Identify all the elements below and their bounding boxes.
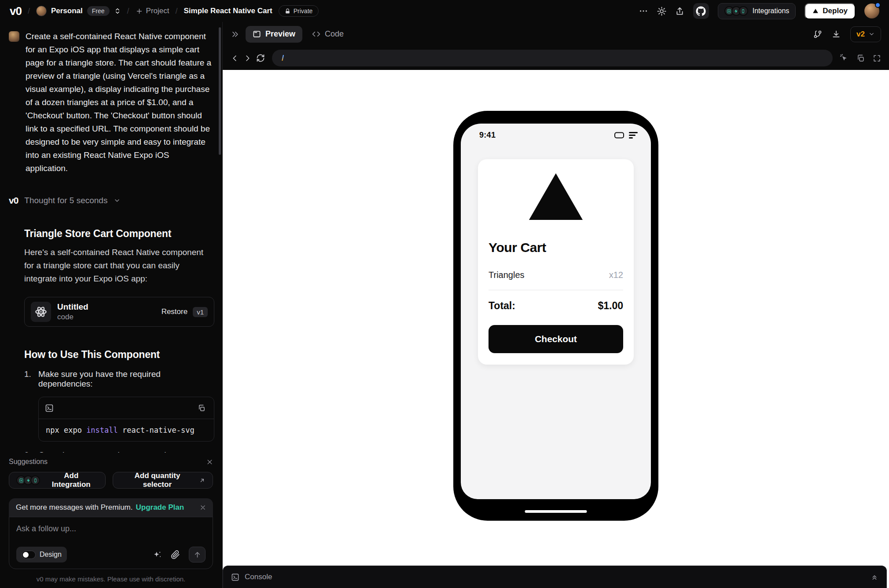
v0-logo[interactable]: v0	[10, 4, 22, 18]
deploy-label: Deploy	[823, 7, 848, 15]
tab-code[interactable]: Code	[309, 29, 347, 39]
v0-assistant-logo: v0	[9, 195, 18, 206]
list-item: 1. Make sure you have the required depen…	[24, 369, 213, 389]
select-element-button[interactable]	[840, 54, 849, 62]
cart-item-qty: x12	[609, 270, 623, 280]
signal-icon	[629, 132, 638, 139]
git-branch-icon	[813, 30, 822, 39]
preview-panel: Preview Code v2	[223, 22, 889, 588]
code-card-subtitle: code	[57, 313, 88, 321]
notification-dot	[875, 2, 881, 8]
code-version-card[interactable]: Untitled code Restore v1	[24, 297, 214, 327]
v0-app: v0 / Personal Free / Project / Simple Re…	[0, 0, 889, 588]
premium-banner: Get more messages with Premium. Upgrade …	[9, 498, 213, 517]
copy-pages-icon	[856, 54, 865, 62]
vercel-triangle-icon	[812, 8, 819, 14]
chat-composer: Design	[9, 517, 213, 569]
workspace-switcher[interactable]: Personal Free	[36, 6, 121, 16]
sparkles-icon	[153, 550, 162, 559]
github-button[interactable]	[693, 3, 709, 19]
console-bar[interactable]: Console	[223, 566, 887, 588]
design-mode-toggle[interactable]: Design	[16, 547, 67, 562]
main-body: Create a self-contained React Native com…	[0, 22, 889, 588]
project-label: Project	[146, 7, 169, 15]
thought-toggle[interactable]: v0 Thought for 5 seconds	[9, 195, 213, 206]
refresh-icon	[256, 54, 265, 62]
send-button[interactable]	[189, 547, 206, 562]
breadcrumb-separator: /	[175, 7, 177, 16]
dismiss-banner-button[interactable]	[200, 504, 206, 511]
toggle-switch	[22, 551, 36, 559]
design-label: Design	[40, 551, 62, 559]
more-options-button[interactable]	[639, 6, 648, 16]
restore-button[interactable]: Restore	[162, 307, 188, 316]
download-button[interactable]	[832, 30, 841, 39]
expand-console-button[interactable]	[871, 573, 878, 581]
tab-preview[interactable]: Preview	[246, 26, 302, 43]
chat-title: Simple React Native Cart	[184, 7, 272, 15]
phone-status-bar: 9:41	[461, 124, 651, 140]
suggestions-header: Suggestions	[9, 458, 213, 466]
terminal-icon	[45, 404, 54, 413]
workspace-name: Personal	[51, 7, 83, 15]
url-input[interactable]: /	[272, 50, 833, 66]
response-intro: Here's a self-contained React Native com…	[24, 246, 213, 285]
nav-back-button[interactable]	[231, 54, 239, 62]
chevrons-up-icon	[871, 573, 878, 581]
add-quantity-selector-button[interactable]: Add quantity selector	[113, 472, 213, 489]
github-icon	[696, 6, 706, 16]
chat-sidebar: Create a self-contained React Native com…	[0, 22, 223, 588]
cart-item-name: Triangles	[489, 270, 525, 280]
composer-actions	[153, 547, 206, 562]
cart-card: Your Cart Triangles x12 Total: $1.00 Che…	[478, 159, 634, 365]
add-integration-button[interactable]: Add Integration	[9, 472, 106, 489]
close-suggestions-button[interactable]	[206, 459, 213, 465]
user-message: Create a self-contained React Native com…	[9, 30, 213, 175]
nav-forward-button[interactable]	[243, 54, 252, 62]
ellipsis-icon	[639, 6, 648, 16]
settings-button[interactable]	[657, 7, 666, 16]
code-card-title: Untitled	[57, 302, 88, 312]
enhance-prompt-button[interactable]	[153, 550, 162, 559]
sidebar-scrollbar[interactable]	[219, 27, 221, 155]
supabase-integration-icon	[30, 475, 40, 485]
cart-title: Your Cart	[489, 240, 623, 255]
add-integration-label: Add Integration	[44, 471, 98, 489]
url-path: /	[282, 53, 284, 63]
followup-input[interactable]	[16, 524, 206, 533]
react-icon	[31, 302, 51, 322]
copy-code-button[interactable]	[194, 400, 209, 416]
share-button[interactable]	[675, 7, 684, 16]
version-selector[interactable]: v2	[850, 26, 881, 42]
integrations-button[interactable]: Integrations	[718, 3, 796, 19]
chevrons-up-down-icon	[114, 7, 121, 15]
preview-url-bar: /	[223, 46, 889, 70]
deploy-button[interactable]: Deploy	[805, 3, 856, 19]
refresh-button[interactable]	[256, 54, 265, 62]
status-icons	[614, 131, 638, 139]
open-in-new-window-button[interactable]	[856, 54, 865, 62]
fork-version-button[interactable]	[813, 30, 822, 39]
supabase-integration-icon	[738, 6, 748, 16]
gear-icon	[657, 7, 666, 16]
user-menu-avatar[interactable]	[864, 4, 879, 18]
total-value: $1.00	[598, 300, 623, 312]
plan-badge: Free	[87, 6, 110, 16]
cart-divider	[489, 290, 623, 290]
collapse-sidebar-button[interactable]	[231, 30, 239, 39]
integrations-label: Integrations	[753, 7, 790, 15]
add-project-button[interactable]: Project	[136, 7, 169, 15]
fullscreen-button[interactable]	[873, 54, 881, 62]
attach-file-button[interactable]	[171, 550, 180, 559]
suggestions-label: Suggestions	[9, 458, 48, 466]
privacy-badge[interactable]: Private	[279, 5, 319, 17]
paperclip-icon	[171, 550, 180, 559]
thought-label: Thought for 5 seconds	[24, 196, 107, 205]
arrow-up-right-icon	[199, 477, 206, 484]
checkout-button[interactable]: Checkout	[489, 325, 623, 353]
arrow-up-icon	[193, 551, 202, 559]
code-snippet: npx expo install react-native-svg	[39, 419, 214, 441]
upgrade-plan-link[interactable]: Upgrade Plan	[136, 503, 184, 512]
user-message-text: Create a self-contained React Native com…	[26, 30, 213, 175]
fullscreen-icon	[873, 54, 881, 62]
